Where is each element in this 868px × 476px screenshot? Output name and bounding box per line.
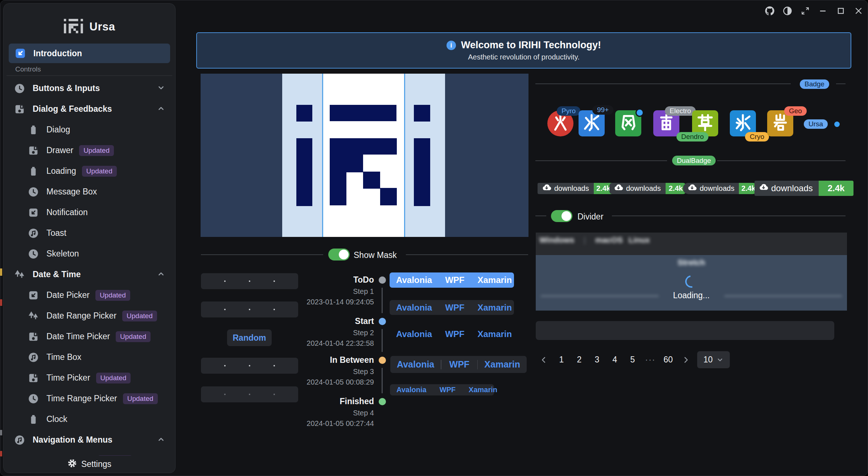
desktop-sliver [0, 451, 2, 456]
settings-button[interactable]: Settings [4, 456, 175, 472]
divider-line [406, 254, 528, 255]
app-logo: Ursa [4, 19, 175, 35]
trees-icon [13, 268, 26, 281]
xamarin-button[interactable]: Xamarin [471, 303, 518, 313]
pagination: 12345···6010 [537, 351, 730, 368]
desktop-sliver [0, 268, 2, 276]
sidebar-item-introduction[interactable]: Introduction [9, 44, 170, 63]
floppy-icon [13, 103, 26, 116]
clock-icon [27, 185, 40, 198]
cloud-download-icon [614, 183, 623, 194]
pagination-page-60[interactable]: 60 [662, 351, 675, 368]
badge-electro: Electro [665, 106, 696, 116]
battery-icon [27, 165, 40, 178]
sidebar-item-date-range-picker[interactable]: Date Range PickerUpdated [4, 305, 175, 326]
sidebar-item-message-box[interactable]: Message Box [4, 181, 175, 202]
downloads-label: downloads [554, 184, 589, 193]
pagination-page-1[interactable]: 1 [555, 351, 568, 368]
note-icon [27, 351, 40, 364]
wpf-button[interactable]: WPF [439, 329, 471, 339]
step-title: ToDo [254, 274, 374, 285]
fullscreen-button[interactable] [799, 5, 811, 17]
downloads-dual-badge-3[interactable]: downloads 2.4k [683, 183, 758, 194]
divider-toggle[interactable] [551, 210, 572, 222]
github-button[interactable] [764, 5, 776, 17]
step-sub: Step 2 [254, 328, 374, 338]
xamarin-button[interactable]: Xamarin [471, 275, 518, 285]
chevron-down-icon [716, 356, 724, 364]
downloads-dual-badge-2[interactable]: downloads 2.4k [609, 183, 686, 194]
water-glyph-icon [582, 113, 601, 134]
wind-glyph-icon [619, 113, 638, 134]
close-button[interactable] [852, 5, 865, 17]
theme-button[interactable] [781, 5, 794, 17]
maximize-button[interactable] [835, 5, 847, 17]
sidebar-nav: IntroductionControlsButtons & InputsDial… [4, 44, 175, 463]
pagination-page-2[interactable]: 2 [573, 351, 586, 368]
avalonia-button[interactable]: Avalonia [390, 386, 433, 394]
divider-line [201, 254, 323, 255]
arrow-gray-icon [27, 206, 40, 219]
sidebar-item-notification[interactable]: Notification [4, 202, 175, 223]
rock-glyph-icon [771, 113, 790, 134]
sidebar-item-dialog-feedbacks[interactable]: Dialog & Feedbacks [4, 99, 175, 119]
sidebar-item-buttons-inputs[interactable]: Buttons & Inputs [4, 78, 175, 99]
text-input[interactable] [536, 321, 834, 340]
sidebar-item-date-picker[interactable]: Date PickerUpdated [4, 285, 175, 305]
downloads-dual-badge-1[interactable]: downloads 2.4k [538, 183, 613, 194]
sidebar-item-time-range-picker[interactable]: Time Range PickerUpdated [4, 388, 175, 409]
step-connector [382, 329, 383, 352]
page-size-select[interactable]: 10 [697, 351, 730, 368]
avalonia-button[interactable]: Avalonia [390, 329, 439, 339]
sidebar-item-dialog[interactable]: Dialog [4, 119, 175, 140]
wpf-button[interactable]: WPF [439, 275, 471, 285]
sidebar-item-date-time-picker[interactable]: Date Time PickerUpdated [4, 326, 175, 347]
pagination-ellipsis[interactable]: ··· [644, 351, 657, 368]
pagination-page-5[interactable]: 5 [626, 351, 639, 368]
downloads-dual-badge-4[interactable]: downloads 2.4k [754, 181, 853, 196]
minimize-button[interactable] [817, 5, 829, 17]
sidebar-item-skeleton[interactable]: Skeleton [4, 243, 175, 264]
badge-cryo: Cryo [745, 132, 769, 141]
cloud-download-icon [759, 182, 768, 194]
avalonia-button[interactable]: Avalonia [390, 303, 439, 313]
battery-icon [27, 123, 40, 136]
xamarin-button[interactable]: Xamarin [462, 386, 504, 394]
dot-badge [635, 108, 644, 117]
spinner-icon [683, 273, 700, 290]
pagination-next-button[interactable] [679, 351, 692, 368]
xamarin-button[interactable]: Xamarin [478, 359, 527, 370]
step-4: Finished Step 4 2024-01-05 00:27:44 [254, 396, 374, 428]
step-title: In Between [254, 354, 374, 365]
tab-windows[interactable]: Windows [539, 235, 574, 245]
dot-badge [834, 122, 840, 127]
pagination-page-3[interactable]: 3 [591, 351, 604, 368]
ursa-logo-icon [64, 19, 83, 35]
sidebar: Ursa IntroductionControlsButtons & Input… [3, 3, 176, 473]
avalonia-button[interactable]: Avalonia [390, 275, 439, 285]
wpf-button[interactable]: WPF [433, 386, 462, 394]
tab-linux[interactable]: Linux [629, 235, 650, 245]
show-mask-label: Show Mask [354, 250, 397, 260]
thunder-glyph-icon [657, 113, 676, 134]
step-3: In Between Step 3 2024-01-05 00:08:29 [254, 354, 374, 387]
xamarin-button[interactable]: Xamarin [471, 329, 518, 339]
pagination-prev-button[interactable] [537, 351, 550, 368]
step-title: Finished [254, 396, 374, 407]
sidebar-item-date-time[interactable]: Date & Time [4, 264, 175, 285]
avalonia-button[interactable]: Avalonia [390, 359, 441, 370]
sidebar-item-time-box[interactable]: Time Box [4, 347, 175, 368]
tab-macos[interactable]: macOS [595, 235, 623, 245]
sidebar-item-clock[interactable]: Clock [4, 409, 175, 430]
sidebar-item-drawer[interactable]: DrawerUpdated [4, 140, 175, 161]
wpf-button[interactable]: WPF [441, 359, 477, 370]
sidebar-item-time-picker[interactable]: Time PickerUpdated [4, 368, 175, 388]
sidebar-item-toast[interactable]: Toast [4, 223, 175, 243]
show-mask-toggle[interactable] [328, 249, 350, 260]
framework-button-group-3: AvaloniaWPFXamarin [390, 327, 514, 341]
wpf-button[interactable]: WPF [439, 303, 471, 313]
step-sub: Step 1 [254, 286, 374, 297]
sidebar-item-navigation-menus[interactable]: Navigation & Menus [4, 430, 175, 450]
sidebar-item-loading[interactable]: LoadingUpdated [4, 161, 175, 181]
pagination-page-4[interactable]: 4 [608, 351, 621, 368]
